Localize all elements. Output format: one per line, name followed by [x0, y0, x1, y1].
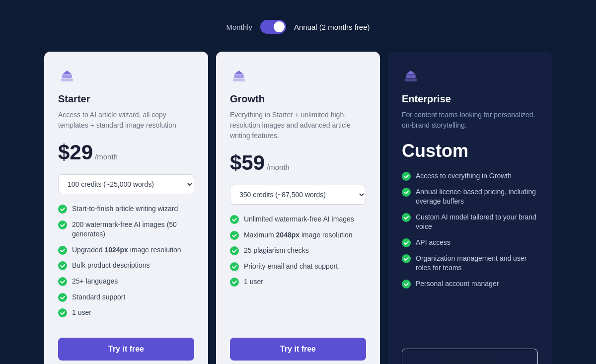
- starter-price: $29: [58, 141, 93, 164]
- svg-point-14: [230, 231, 239, 240]
- svg-point-22: [402, 188, 411, 197]
- svg-point-13: [230, 215, 239, 224]
- growth-card: Growth Everything in Starter + unlimited…: [216, 52, 380, 364]
- list-item: Organization management and user roles f…: [402, 254, 538, 273]
- svg-rect-11: [234, 75, 244, 78]
- enterprise-plan-name: Enterprise: [402, 93, 538, 105]
- svg-point-25: [402, 254, 411, 263]
- svg-point-4: [58, 220, 67, 229]
- svg-rect-19: [406, 75, 416, 78]
- svg-point-26: [402, 280, 411, 289]
- svg-point-23: [402, 213, 411, 222]
- list-item: 1 user: [230, 277, 366, 287]
- list-item: Custom AI model tailored to your brand v…: [402, 213, 538, 232]
- svg-marker-20: [406, 71, 416, 74]
- list-item: Maximum 2048px image resolution: [230, 230, 366, 240]
- list-item: API access: [402, 238, 538, 248]
- svg-point-3: [58, 205, 67, 214]
- list-item: Unlimited watermark-free AI images: [230, 215, 366, 224]
- svg-point-24: [402, 238, 411, 247]
- growth-cta-button[interactable]: Try it free: [230, 338, 366, 361]
- svg-rect-10: [233, 78, 245, 81]
- growth-period: /month: [267, 163, 290, 171]
- list-item: Start-to-finish article writing wizard: [58, 204, 194, 214]
- list-item: 1 user: [58, 308, 194, 318]
- enterprise-card: Enterprise For content teams looking for…: [388, 52, 552, 364]
- starter-card: Starter Access to AI article wizard, all…: [44, 52, 208, 364]
- starter-plan-name: Starter: [58, 93, 194, 105]
- starter-period: /month: [95, 152, 118, 161]
- svg-point-17: [230, 278, 239, 287]
- enterprise-icon: [402, 68, 420, 85]
- growth-price: $59: [230, 151, 265, 175]
- toggle-knob: [274, 21, 285, 32]
- enterprise-cta-button[interactable]: Book a demo: [402, 349, 538, 364]
- svg-rect-1: [62, 75, 72, 78]
- starter-plan-desc: Access to AI article wizard, all copy te…: [58, 110, 194, 131]
- starter-cta-button[interactable]: Try it free: [58, 338, 194, 361]
- list-item: 200 watermark-free AI images (50 generat…: [58, 220, 194, 239]
- starter-icon: [58, 68, 76, 85]
- starter-price-row: $29 /month: [58, 141, 194, 164]
- list-item: Personal account manager: [402, 279, 538, 289]
- list-item: Access to everything in Growth: [402, 171, 538, 181]
- enterprise-price: Custom: [402, 141, 538, 161]
- list-item: Bulk product descriptions: [58, 261, 194, 271]
- svg-point-7: [58, 277, 67, 286]
- svg-point-5: [58, 246, 67, 255]
- svg-point-16: [230, 262, 239, 271]
- enterprise-plan-desc: For content teams looking for personaliz…: [402, 110, 538, 131]
- svg-point-8: [58, 293, 67, 302]
- list-item: Priority email and chat support: [230, 262, 366, 272]
- annual-label: Annual (2 months free): [294, 23, 370, 31]
- svg-marker-12: [234, 71, 244, 74]
- growth-price-row: $59 /month: [230, 151, 366, 175]
- list-item: Annual licence-based pricing, including …: [402, 187, 538, 207]
- svg-rect-0: [61, 78, 73, 81]
- svg-rect-18: [405, 78, 417, 81]
- toggle-switch[interactable]: [260, 20, 286, 34]
- starter-features: Start-to-finish article writing wizard 2…: [58, 204, 194, 324]
- svg-marker-2: [62, 71, 72, 74]
- svg-point-9: [58, 308, 67, 317]
- growth-plan-name: Growth: [230, 93, 366, 105]
- svg-point-15: [230, 246, 239, 255]
- billing-toggle[interactable]: Monthly Annual (2 months free): [226, 20, 370, 34]
- growth-icon: [230, 68, 248, 85]
- monthly-label: Monthly: [226, 23, 252, 31]
- list-item: 25+ languages: [58, 277, 194, 287]
- list-item: Upgraded 1024px image resolution: [58, 245, 194, 255]
- pricing-cards: Starter Access to AI article wizard, all…: [25, 52, 571, 364]
- growth-credits-select[interactable]: 350 credits (~87,500 words) 700 credits …: [230, 185, 366, 205]
- starter-credits-select[interactable]: 100 credits (~25,000 words) 200 credits …: [58, 174, 194, 194]
- list-item: 25 plagiarism checks: [230, 246, 366, 256]
- growth-plan-desc: Everything in Starter + unlimited high-r…: [230, 110, 366, 141]
- enterprise-features: Access to everything in Growth Annual li…: [402, 171, 538, 335]
- svg-point-6: [58, 261, 67, 270]
- list-item: Standard support: [58, 292, 194, 302]
- svg-point-21: [402, 172, 411, 181]
- growth-features: Unlimited watermark-free AI images Maxim…: [230, 215, 366, 324]
